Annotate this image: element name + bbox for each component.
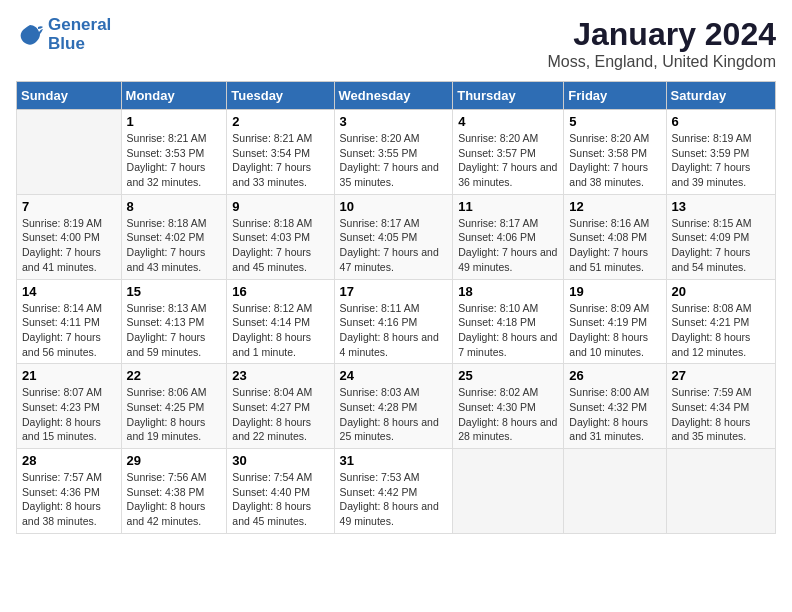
logo-text: General Blue (48, 16, 111, 53)
calendar-week-row: 1Sunrise: 8:21 AMSunset: 3:53 PMDaylight… (17, 110, 776, 195)
calendar-cell (17, 110, 122, 195)
day-info: Sunrise: 8:19 AMSunset: 3:59 PMDaylight:… (672, 131, 770, 190)
logo-icon (16, 21, 44, 49)
calendar-cell: 25Sunrise: 8:02 AMSunset: 4:30 PMDayligh… (453, 364, 564, 449)
calendar-cell: 14Sunrise: 8:14 AMSunset: 4:11 PMDayligh… (17, 279, 122, 364)
day-number: 22 (127, 368, 222, 383)
day-info: Sunrise: 8:03 AMSunset: 4:28 PMDaylight:… (340, 385, 448, 444)
logo-blue: Blue (48, 35, 111, 54)
day-info: Sunrise: 8:15 AMSunset: 4:09 PMDaylight:… (672, 216, 770, 275)
day-info: Sunrise: 8:04 AMSunset: 4:27 PMDaylight:… (232, 385, 328, 444)
calendar-cell: 29Sunrise: 7:56 AMSunset: 4:38 PMDayligh… (121, 449, 227, 534)
calendar-cell: 28Sunrise: 7:57 AMSunset: 4:36 PMDayligh… (17, 449, 122, 534)
day-info: Sunrise: 8:20 AMSunset: 3:58 PMDaylight:… (569, 131, 660, 190)
day-number: 31 (340, 453, 448, 468)
day-info: Sunrise: 8:17 AMSunset: 4:05 PMDaylight:… (340, 216, 448, 275)
day-number: 2 (232, 114, 328, 129)
day-info: Sunrise: 7:59 AMSunset: 4:34 PMDaylight:… (672, 385, 770, 444)
day-number: 19 (569, 284, 660, 299)
day-number: 13 (672, 199, 770, 214)
day-info: Sunrise: 8:20 AMSunset: 3:57 PMDaylight:… (458, 131, 558, 190)
calendar-cell: 11Sunrise: 8:17 AMSunset: 4:06 PMDayligh… (453, 194, 564, 279)
calendar-cell: 27Sunrise: 7:59 AMSunset: 4:34 PMDayligh… (666, 364, 775, 449)
calendar-cell: 20Sunrise: 8:08 AMSunset: 4:21 PMDayligh… (666, 279, 775, 364)
day-number: 12 (569, 199, 660, 214)
day-info: Sunrise: 8:21 AMSunset: 3:53 PMDaylight:… (127, 131, 222, 190)
calendar-cell: 8Sunrise: 8:18 AMSunset: 4:02 PMDaylight… (121, 194, 227, 279)
calendar-week-row: 28Sunrise: 7:57 AMSunset: 4:36 PMDayligh… (17, 449, 776, 534)
calendar-table: SundayMondayTuesdayWednesdayThursdayFrid… (16, 81, 776, 534)
day-number: 1 (127, 114, 222, 129)
page-header: General Blue January 2024 Moss, England,… (16, 16, 776, 71)
day-info: Sunrise: 8:13 AMSunset: 4:13 PMDaylight:… (127, 301, 222, 360)
weekday-header: Monday (121, 82, 227, 110)
weekday-header: Sunday (17, 82, 122, 110)
day-number: 25 (458, 368, 558, 383)
calendar-cell: 4Sunrise: 8:20 AMSunset: 3:57 PMDaylight… (453, 110, 564, 195)
day-info: Sunrise: 8:00 AMSunset: 4:32 PMDaylight:… (569, 385, 660, 444)
calendar-cell: 26Sunrise: 8:00 AMSunset: 4:32 PMDayligh… (564, 364, 666, 449)
day-number: 18 (458, 284, 558, 299)
calendar-cell: 30Sunrise: 7:54 AMSunset: 4:40 PMDayligh… (227, 449, 334, 534)
calendar-cell: 18Sunrise: 8:10 AMSunset: 4:18 PMDayligh… (453, 279, 564, 364)
calendar-cell: 17Sunrise: 8:11 AMSunset: 4:16 PMDayligh… (334, 279, 453, 364)
weekday-header: Wednesday (334, 82, 453, 110)
day-info: Sunrise: 8:16 AMSunset: 4:08 PMDaylight:… (569, 216, 660, 275)
day-info: Sunrise: 8:19 AMSunset: 4:00 PMDaylight:… (22, 216, 116, 275)
day-number: 10 (340, 199, 448, 214)
logo: General Blue (16, 16, 111, 53)
weekday-header: Thursday (453, 82, 564, 110)
day-number: 11 (458, 199, 558, 214)
calendar-cell: 2Sunrise: 8:21 AMSunset: 3:54 PMDaylight… (227, 110, 334, 195)
day-number: 16 (232, 284, 328, 299)
day-info: Sunrise: 8:17 AMSunset: 4:06 PMDaylight:… (458, 216, 558, 275)
day-number: 17 (340, 284, 448, 299)
calendar-cell: 23Sunrise: 8:04 AMSunset: 4:27 PMDayligh… (227, 364, 334, 449)
day-number: 14 (22, 284, 116, 299)
day-number: 27 (672, 368, 770, 383)
page-subtitle: Moss, England, United Kingdom (547, 53, 776, 71)
calendar-week-row: 14Sunrise: 8:14 AMSunset: 4:11 PMDayligh… (17, 279, 776, 364)
calendar-cell: 9Sunrise: 8:18 AMSunset: 4:03 PMDaylight… (227, 194, 334, 279)
day-number: 23 (232, 368, 328, 383)
calendar-cell: 22Sunrise: 8:06 AMSunset: 4:25 PMDayligh… (121, 364, 227, 449)
calendar-cell: 5Sunrise: 8:20 AMSunset: 3:58 PMDaylight… (564, 110, 666, 195)
day-info: Sunrise: 8:10 AMSunset: 4:18 PMDaylight:… (458, 301, 558, 360)
day-number: 30 (232, 453, 328, 468)
day-info: Sunrise: 8:18 AMSunset: 4:03 PMDaylight:… (232, 216, 328, 275)
calendar-cell: 19Sunrise: 8:09 AMSunset: 4:19 PMDayligh… (564, 279, 666, 364)
weekday-header: Friday (564, 82, 666, 110)
weekday-header: Saturday (666, 82, 775, 110)
day-number: 9 (232, 199, 328, 214)
day-number: 15 (127, 284, 222, 299)
day-info: Sunrise: 8:21 AMSunset: 3:54 PMDaylight:… (232, 131, 328, 190)
day-number: 24 (340, 368, 448, 383)
day-number: 20 (672, 284, 770, 299)
day-number: 5 (569, 114, 660, 129)
day-info: Sunrise: 8:02 AMSunset: 4:30 PMDaylight:… (458, 385, 558, 444)
calendar-cell: 10Sunrise: 8:17 AMSunset: 4:05 PMDayligh… (334, 194, 453, 279)
day-info: Sunrise: 8:09 AMSunset: 4:19 PMDaylight:… (569, 301, 660, 360)
calendar-cell: 12Sunrise: 8:16 AMSunset: 4:08 PMDayligh… (564, 194, 666, 279)
day-number: 21 (22, 368, 116, 383)
calendar-cell: 21Sunrise: 8:07 AMSunset: 4:23 PMDayligh… (17, 364, 122, 449)
day-info: Sunrise: 8:18 AMSunset: 4:02 PMDaylight:… (127, 216, 222, 275)
day-info: Sunrise: 8:14 AMSunset: 4:11 PMDaylight:… (22, 301, 116, 360)
day-number: 29 (127, 453, 222, 468)
day-info: Sunrise: 7:54 AMSunset: 4:40 PMDaylight:… (232, 470, 328, 529)
calendar-cell (453, 449, 564, 534)
calendar-cell (666, 449, 775, 534)
calendar-cell: 15Sunrise: 8:13 AMSunset: 4:13 PMDayligh… (121, 279, 227, 364)
day-info: Sunrise: 8:11 AMSunset: 4:16 PMDaylight:… (340, 301, 448, 360)
day-info: Sunrise: 8:08 AMSunset: 4:21 PMDaylight:… (672, 301, 770, 360)
day-number: 7 (22, 199, 116, 214)
calendar-cell: 3Sunrise: 8:20 AMSunset: 3:55 PMDaylight… (334, 110, 453, 195)
calendar-week-row: 7Sunrise: 8:19 AMSunset: 4:00 PMDaylight… (17, 194, 776, 279)
day-number: 28 (22, 453, 116, 468)
calendar-cell (564, 449, 666, 534)
calendar-cell: 31Sunrise: 7:53 AMSunset: 4:42 PMDayligh… (334, 449, 453, 534)
day-info: Sunrise: 8:06 AMSunset: 4:25 PMDaylight:… (127, 385, 222, 444)
day-number: 26 (569, 368, 660, 383)
day-info: Sunrise: 8:07 AMSunset: 4:23 PMDaylight:… (22, 385, 116, 444)
calendar-header-row: SundayMondayTuesdayWednesdayThursdayFrid… (17, 82, 776, 110)
